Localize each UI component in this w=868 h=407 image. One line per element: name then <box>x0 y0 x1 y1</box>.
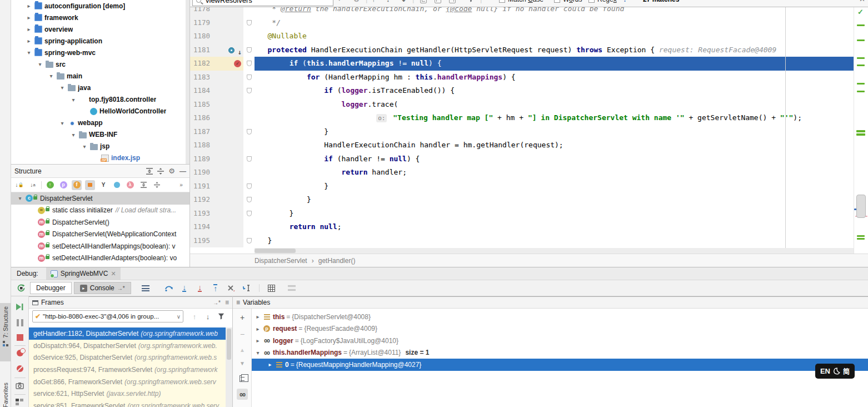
rerun-icon[interactable] <box>14 282 28 294</box>
code-line-1195[interactable]: 1195 } <box>190 234 854 248</box>
breadcrumb-method[interactable]: getHandler() <box>318 257 356 265</box>
filter-search-icon[interactable] <box>468 0 474 4</box>
expand-all-icon[interactable] <box>138 180 148 190</box>
code-line-1188[interactable]: 1188 HandlerExecutionChain handler = hm.… <box>190 138 854 152</box>
view-breakpoints-icon[interactable] <box>17 350 23 356</box>
code-line-1190[interactable]: 1190 return handler; <box>190 166 854 180</box>
debug-session-tab[interactable]: SpringWebMVC ✕ <box>46 267 121 280</box>
code-line-1189[interactable]: 1189 if (handler != null) { <box>190 152 854 166</box>
sort-by-visibility-icon[interactable]: ↓🔒 <box>14 180 24 190</box>
search-option-1-icon[interactable] <box>420 0 427 3</box>
structure-item-method[interactable]: mDispatcherServlet(WebApplicationContext <box>11 229 189 241</box>
tab-console[interactable]: ▸ Console →* <box>74 282 131 294</box>
show-non-public-icon[interactable] <box>85 180 95 190</box>
frame-row[interactable]: service:851, FrameworkServlet(org.spring… <box>29 400 226 407</box>
code-line-1182[interactable]: 1182✓ if (this.handlerMappings != null) … <box>190 57 854 71</box>
variables-menu-icon[interactable]: ≡ <box>236 299 240 306</box>
structure-item-method[interactable]: msetDetectAllHandlerMappings(boolean): v <box>11 240 189 252</box>
code-line-1193[interactable]: 1193 } <box>190 207 854 221</box>
match-case-checkbox[interactable] <box>499 0 505 3</box>
tree-item-autoconfiguration-demo-[interactable]: ▸autoconfiguration [demo] <box>11 0 189 12</box>
chevron-down-icon[interactable]: ▾ <box>16 195 24 201</box>
debug-layout-icon[interactable] <box>16 399 24 407</box>
code-line-1185[interactable]: 1185 logger.trace( <box>190 98 854 112</box>
next-match-icon[interactable]: ↓ <box>386 0 390 3</box>
thread-selector[interactable]: ✔ "http-bio-8080-exec-3"@4,006 in group.… <box>32 310 183 322</box>
search-enter-icon[interactable]: ↵ <box>338 0 344 3</box>
tree-item-webapp[interactable]: ▾webapp <box>11 117 189 129</box>
search-input[interactable]: viewResolvers <box>192 0 333 6</box>
fold-marker-icon[interactable] <box>247 211 252 216</box>
gear-icon[interactable]: ⚙ <box>168 167 175 175</box>
show-inherited-icon[interactable]: ↑ <box>45 180 55 190</box>
tree-item-spring-application[interactable]: ▸spring-application <box>11 35 189 47</box>
code-line-1187[interactable]: 1187 } <box>190 125 854 139</box>
show-lambdas-icon[interactable]: λ <box>125 180 135 190</box>
code-line-1186[interactable]: 1186 o: "Testing handler map [" + hm + "… <box>190 111 854 125</box>
frame-down-icon[interactable]: ↓ <box>201 310 214 322</box>
thread-dump-icon[interactable] <box>16 382 24 391</box>
fold-marker-icon[interactable] <box>247 197 252 202</box>
code-line-1194[interactable]: 1194 return null; <box>190 220 854 234</box>
tree-item-spring-web-mvc[interactable]: ▾spring-web-mvc <box>11 47 189 58</box>
chevron-down-icon[interactable]: ▾ <box>24 49 33 56</box>
code-line-1191[interactable]: 1191 } <box>190 180 854 193</box>
frame-row[interactable]: doGet:866, FrameworkServlet(org.springfr… <box>29 376 226 388</box>
chevron-right-icon[interactable]: ▸ <box>254 337 262 344</box>
chevron-down-icon[interactable]: ▾ <box>58 85 67 91</box>
collapse-all-icon[interactable] <box>157 168 164 175</box>
fold-marker-icon[interactable] <box>247 61 252 66</box>
show-properties-icon[interactable]: p <box>58 180 68 190</box>
chevron-right-icon[interactable]: ▸ <box>24 14 33 21</box>
fold-marker-icon[interactable] <box>247 75 252 80</box>
step-out-icon[interactable]: ↑ <box>209 282 222 294</box>
frames-menu-icon[interactable]: ≡ <box>225 299 229 306</box>
stop-icon[interactable] <box>17 334 23 341</box>
chevron-right-icon[interactable]: ▸ <box>24 38 33 44</box>
find-all-icon[interactable]: ↡ <box>401 0 407 3</box>
chevron-down-icon[interactable]: ▾ <box>69 97 78 103</box>
regex-help-icon[interactable]: ? <box>623 0 627 3</box>
words-checkbox[interactable] <box>554 0 560 3</box>
chevron-right-icon[interactable]: ▸ <box>254 314 262 320</box>
variable-row-logger[interactable]: ▸oologger={LogFactory$JavaUtilLog@4010} <box>252 335 868 347</box>
fold-marker-icon[interactable] <box>247 47 252 53</box>
more-options-icon[interactable]: » <box>176 180 186 190</box>
frame-row[interactable]: service:621, HttpServlet(javax.servlet.h… <box>29 388 226 400</box>
step-over-icon[interactable] <box>162 282 176 294</box>
resume-icon[interactable] <box>16 303 24 312</box>
evaluate-watch-icon[interactable]: oo <box>237 389 248 400</box>
tree-item-framework[interactable]: ▸framework <box>11 12 189 23</box>
frame-row[interactable]: processRequest:974, FrameworkServlet(org… <box>29 364 226 376</box>
project-scrollbar[interactable] <box>186 0 189 164</box>
horizontal-scrollbar[interactable] <box>255 248 854 254</box>
chevron-right-icon[interactable]: ▸ <box>24 3 33 9</box>
tree-item-index-jsp[interactable]: index.jsp <box>11 152 189 164</box>
sidebar-tab-structure[interactable]: 7: Structure <box>0 303 11 361</box>
chevron-right-icon[interactable]: ▸ <box>266 361 274 368</box>
chevron-down-icon[interactable]: ▾ <box>47 73 56 79</box>
variable-row-this-handlerMappings[interactable]: ▾oothis.handlerMappings={ArrayList@4011}… <box>252 347 868 359</box>
search-option-2-icon[interactable] <box>435 0 441 3</box>
sort-alphabetically-icon[interactable]: ↓a <box>28 180 38 190</box>
chevron-down-icon[interactable]: ▾ <box>80 143 89 150</box>
chevron-down-icon[interactable]: ▾ <box>254 350 262 356</box>
hide-panel-icon[interactable]: — <box>179 167 186 175</box>
show-selected-icon[interactable] <box>112 180 122 190</box>
drop-frame-icon[interactable] <box>225 282 238 294</box>
evaluate-expression-icon[interactable] <box>265 282 278 294</box>
fold-marker-icon[interactable] <box>247 20 252 26</box>
tree-item-top-fjy8018-controller[interactable]: ▾top.fjy8018.controller <box>11 94 189 106</box>
pin-console-icon[interactable]: →* <box>117 285 125 291</box>
filter-frames-icon[interactable] <box>214 310 228 322</box>
threads-view-icon[interactable] <box>139 282 152 294</box>
fold-marker-icon[interactable] <box>247 129 252 135</box>
add-watch-icon[interactable]: + <box>237 312 248 323</box>
search-option-3-icon[interactable] <box>449 0 456 3</box>
frame-row[interactable]: doService:925, DispatcherServlet(org.spr… <box>29 351 226 364</box>
tree-item-jsp[interactable]: ▾jsp <box>11 141 189 152</box>
collapse-all-icon[interactable] <box>152 180 162 190</box>
structure-item-init[interactable]: =static class initializer// Load default… <box>11 205 189 217</box>
frame-row[interactable]: getHandler:1182, DispatcherServlet(org.s… <box>29 327 226 340</box>
variable-row-this[interactable]: ▸this={DispatcherServlet@4008} <box>252 311 868 323</box>
